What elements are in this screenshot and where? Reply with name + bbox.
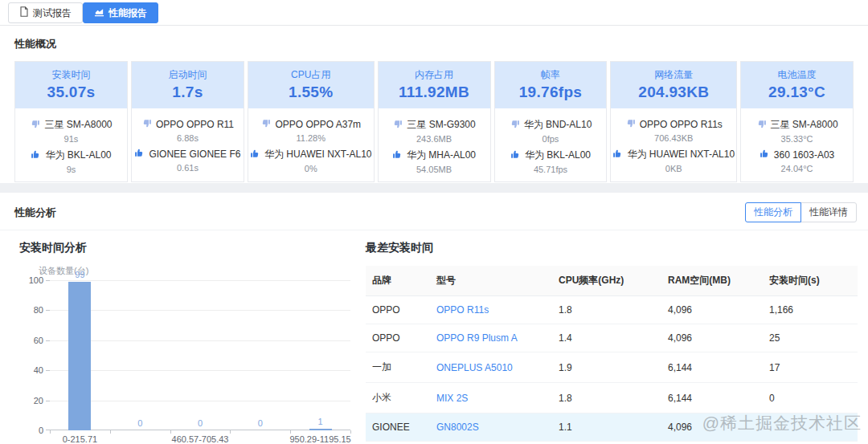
metric-card: 安装时间35.07s三星 SM-A800091s华为 BKL-AL009s bbox=[14, 61, 128, 182]
table-body: OPPOOPPO R11s1.84,0961,166OPPOOPPO R9 Pl… bbox=[366, 296, 858, 442]
ram-cell: 4,096 bbox=[661, 296, 763, 324]
model-link[interactable]: MIX 2S bbox=[436, 393, 468, 404]
table-title: 最差安装时间 bbox=[366, 241, 858, 255]
metric-card-body: 三星 SM-A800035.33°C360 1603-A0324.04°C bbox=[741, 108, 853, 181]
ram-cell: 4,096 bbox=[661, 413, 763, 442]
tab-performance-report[interactable]: 性能报告 bbox=[83, 2, 158, 23]
analysis-title: 性能分析 bbox=[14, 206, 56, 220]
bar-chart-plot: 安装时间(s) 020406080100990-215.7100460.57-7… bbox=[50, 280, 350, 430]
y-tick-label: 40 bbox=[21, 365, 43, 375]
cpu-cell: 1.4 bbox=[552, 324, 661, 352]
best-device-value: 0.61s bbox=[133, 163, 242, 173]
ram-cell: 6,144 bbox=[661, 383, 763, 413]
y-tick-label: 80 bbox=[21, 305, 43, 315]
worst-device: 三星 SM-A8000 bbox=[743, 118, 851, 132]
cpu-cell: 1.8 bbox=[552, 296, 661, 324]
table-header-cell: 品牌 bbox=[366, 266, 430, 296]
metric-card: 电池温度29.13°C三星 SM-A800035.33°C360 1603-A0… bbox=[740, 61, 854, 182]
x-tick-label: 460.57-705.43 bbox=[152, 434, 248, 444]
metric-card-body: OPPO OPPO R11s706.43KB华为 HUAWEI NXT-AL10… bbox=[611, 108, 736, 181]
thumb-down-icon bbox=[510, 119, 520, 132]
worst-device-name: OPPO OPPO R11s bbox=[640, 119, 723, 130]
worst-device-name: 华为 BND-AL10 bbox=[524, 118, 592, 132]
cpu-cell: 1.1 bbox=[552, 413, 661, 442]
best-device-value: 24.04°C bbox=[743, 164, 851, 173]
thumb-down-icon bbox=[756, 119, 767, 132]
worst-device-entry: 三星 SM-A800035.33°C bbox=[743, 118, 851, 144]
metric-card-body: 三星 SM-A800091s华为 BKL-AL009s bbox=[15, 108, 127, 181]
table-row: GIONEEGN8002S1.14,096 bbox=[366, 413, 858, 442]
model-cell: GN8002S bbox=[430, 413, 552, 442]
metric-value: 111.92MB bbox=[380, 84, 489, 101]
best-device-entry: 华为 BKL-AL009s bbox=[17, 149, 125, 174]
performance-detail-button[interactable]: 性能详情 bbox=[800, 202, 857, 222]
worst-install-time-section: 最差安装时间 品牌型号CPU频率(GHz)RAM空间(MB)安装时间(s) OP… bbox=[366, 241, 858, 442]
install-time-cell bbox=[763, 413, 858, 442]
worst-device: OPPO OPPO R11s bbox=[612, 118, 735, 131]
model-cell: OPPO R11s bbox=[430, 296, 552, 324]
model-cell: OPPO R9 Plusm A bbox=[430, 324, 552, 352]
analysis-view-switch: 性能分析 性能详情 bbox=[745, 202, 857, 222]
worst-device-value: 91s bbox=[17, 134, 125, 144]
model-link[interactable]: OPPO R11s bbox=[436, 304, 489, 316]
thumb-up-icon bbox=[31, 149, 41, 162]
cpu-cell: 1.9 bbox=[552, 352, 661, 383]
best-device-value: 9s bbox=[17, 165, 125, 174]
chart-bar bbox=[68, 282, 91, 430]
analysis-header: 性能分析 性能分析 性能详情 bbox=[0, 193, 868, 230]
model-cell: ONEPLUS A5010 bbox=[430, 352, 552, 383]
thumb-up-icon bbox=[510, 149, 521, 162]
metric-card-header: 内存占用111.92MB bbox=[379, 62, 490, 108]
brand-cell: 小米 bbox=[366, 383, 430, 413]
thumb-down-icon bbox=[141, 118, 152, 131]
table-header-row: 品牌型号CPU频率(GHz)RAM空间(MB)安装时间(s) bbox=[366, 266, 858, 296]
best-device: GIONEE GIONEE F6 bbox=[133, 148, 242, 161]
y-tick bbox=[46, 280, 50, 281]
worst-device-entry: 三星 SM-G9300243.6MB bbox=[380, 118, 489, 144]
worst-device-entry: 三星 SM-A800091s bbox=[17, 118, 125, 144]
metric-card-header: 电池温度29.13°C bbox=[741, 62, 853, 108]
y-tick bbox=[46, 340, 50, 341]
best-device-value: 45.71fps bbox=[497, 165, 605, 174]
metric-card-header: 启动时间1.7s bbox=[132, 62, 244, 108]
brand-cell: OPPO bbox=[366, 296, 430, 324]
metric-card-header: 安装时间35.07s bbox=[15, 62, 127, 108]
performance-analysis-button[interactable]: 性能分析 bbox=[745, 202, 801, 222]
worst-device-value: 0fps bbox=[497, 134, 605, 144]
model-link[interactable]: GN8002S bbox=[436, 422, 479, 433]
best-device-entry: 华为 BKL-AL0045.71fps bbox=[497, 149, 605, 174]
bar-value-label: 99 bbox=[68, 270, 92, 279]
best-device-name: 华为 MHA-AL00 bbox=[407, 149, 476, 162]
tab-test-report[interactable]: 测试报告 bbox=[8, 2, 83, 23]
tab-label: 性能报告 bbox=[108, 6, 147, 20]
y-tick-label: 20 bbox=[21, 396, 43, 405]
metric-card-header: 网络流量204.93KB bbox=[611, 62, 736, 108]
metric-value: 1.7s bbox=[133, 84, 242, 101]
best-device: 华为 HUAWEI NXT-AL10 bbox=[612, 148, 735, 161]
best-device-entry: 华为 MHA-AL0054.05MB bbox=[380, 149, 489, 174]
gridline bbox=[50, 370, 350, 371]
x-tick bbox=[290, 430, 291, 434]
worst-device: OPPO OPPO R11 bbox=[133, 118, 242, 131]
model-link[interactable]: ONEPLUS A5010 bbox=[436, 362, 513, 373]
worst-device-value: 35.33°C bbox=[743, 134, 851, 144]
gridline bbox=[50, 401, 350, 401]
worst-device: 华为 BND-AL10 bbox=[497, 118, 605, 132]
best-device: 华为 HUAWEI NXT-AL10 bbox=[250, 148, 372, 161]
x-tick-label: 0-215.71 bbox=[31, 434, 128, 444]
bar-value-label: 0 bbox=[248, 418, 272, 428]
thumb-down-icon bbox=[260, 118, 271, 131]
table-row: 一加ONEPLUS A50101.96,14417 bbox=[366, 352, 858, 383]
metric-title: 启动时间 bbox=[133, 68, 242, 82]
x-tick bbox=[110, 430, 111, 434]
metric-card: 内存占用111.92MB三星 SM-G9300243.6MB华为 MHA-AL0… bbox=[378, 61, 491, 182]
model-link[interactable]: OPPO R9 Plusm A bbox=[436, 332, 518, 344]
chart-bar bbox=[309, 429, 332, 430]
metric-title: 帧率 bbox=[497, 68, 605, 82]
best-device-value: 54.05MB bbox=[380, 165, 489, 174]
worst-device: 三星 SM-G9300 bbox=[380, 118, 489, 132]
metric-card-body: OPPO OPPO R116.88sGIONEE GIONEE F60.61s bbox=[132, 108, 244, 180]
worst-device-name: OPPO OPPO A37m bbox=[275, 119, 361, 130]
best-device: 华为 MHA-AL00 bbox=[380, 149, 489, 162]
analysis-panel: 性能分析 性能分析 性能详情 安装时间分析 设备数量(台) 安装时间(s) 02… bbox=[0, 193, 868, 444]
